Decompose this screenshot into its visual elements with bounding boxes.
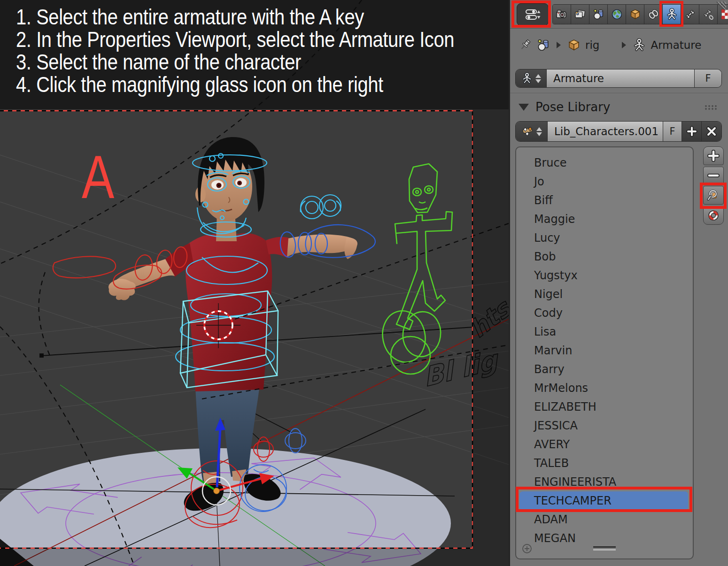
breadcrumb: rig Armature bbox=[510, 29, 728, 61]
pose-list-item[interactable]: Jo bbox=[516, 172, 693, 191]
pose-list-item-selected[interactable]: TECHCAMPER bbox=[519, 491, 688, 510]
pin-icon[interactable] bbox=[518, 38, 532, 52]
object-mini-icon[interactable] bbox=[567, 38, 581, 52]
pose-list-item[interactable]: Yugstyx bbox=[516, 266, 693, 285]
chain-link-icon bbox=[647, 8, 660, 21]
pose-list-item[interactable]: Marvin bbox=[516, 341, 693, 360]
sanitize-action-button[interactable] bbox=[703, 206, 724, 225]
pose-name: Lisa bbox=[534, 325, 556, 338]
list-resize-handle[interactable] bbox=[593, 546, 616, 552]
pose-name: MEGAN bbox=[534, 532, 576, 545]
plus-icon bbox=[707, 150, 720, 162]
cube-icon bbox=[629, 8, 642, 21]
pose-list-item[interactable]: TALEB bbox=[516, 454, 693, 473]
pose-name: MrMelons bbox=[534, 382, 588, 395]
pose-name: ELIZABETH bbox=[534, 400, 596, 413]
minus-icon bbox=[707, 169, 720, 182]
action-type-button[interactable] bbox=[516, 122, 548, 141]
panel-drag-grip[interactable] bbox=[705, 105, 718, 110]
lifebuoy-icon bbox=[707, 209, 720, 222]
armature-mini-icon[interactable] bbox=[632, 38, 646, 52]
pose-list-item[interactable]: Cody bbox=[516, 304, 693, 322]
add-pose-button[interactable] bbox=[703, 146, 724, 165]
pose-name: Lucy bbox=[534, 231, 560, 245]
passepartout-right bbox=[472, 109, 509, 566]
pose-list-item[interactable]: ENGINEERISTA bbox=[516, 473, 693, 491]
breadcrumb-arrow-icon bbox=[622, 42, 626, 48]
stepper-down-icon bbox=[535, 79, 541, 83]
tab-object[interactable] bbox=[626, 5, 644, 24]
pose-list-item[interactable]: Bruce bbox=[516, 153, 693, 172]
new-action-button[interactable] bbox=[682, 122, 702, 141]
unlink-action-button[interactable] bbox=[702, 122, 721, 141]
tab-render[interactable] bbox=[553, 5, 571, 24]
properties-panel: rig Armature bbox=[509, 0, 728, 566]
list-add-icon[interactable] bbox=[521, 543, 533, 555]
magnifying-glass-icon bbox=[707, 189, 720, 202]
pose-name: Bruce bbox=[534, 156, 567, 169]
breadcrumb-data-name[interactable]: Armature bbox=[651, 39, 701, 51]
pose-name: TECHCAMPER bbox=[534, 494, 612, 507]
pose-library-title: Pose Library bbox=[535, 100, 610, 114]
fake-user-button[interactable]: F bbox=[695, 69, 721, 87]
properties-header bbox=[510, 0, 728, 29]
pose-name: Bob bbox=[534, 250, 556, 263]
action-stepper[interactable] bbox=[536, 127, 542, 136]
pose-list-item[interactable]: MrMelons bbox=[516, 379, 693, 398]
instruction-line-3: 3. Select the name of the character bbox=[16, 51, 454, 73]
stepper-up-icon bbox=[536, 127, 542, 131]
editor-type-button[interactable] bbox=[517, 3, 549, 26]
tab-armature-data[interactable] bbox=[663, 5, 681, 24]
pose-list-item[interactable]: JESSICA bbox=[516, 416, 693, 435]
right-pupil bbox=[239, 182, 240, 184]
pose-library-header[interactable]: Pose Library bbox=[510, 97, 728, 117]
pose-name: JESSICA bbox=[534, 419, 578, 432]
fake-user-label: F bbox=[705, 73, 711, 84]
stepper-up-icon bbox=[535, 74, 541, 78]
apply-pose-button[interactable] bbox=[703, 186, 724, 205]
pose-name: Biff bbox=[534, 194, 553, 207]
pose-library-tools bbox=[703, 146, 724, 226]
close-icon bbox=[706, 126, 717, 137]
action-fake-user-button[interactable]: F bbox=[663, 122, 682, 141]
pose-list-item[interactable]: Lisa bbox=[516, 322, 693, 341]
instruction-line-1: 1. Select the entire armature with the A… bbox=[16, 6, 454, 28]
render-layers-icon bbox=[574, 8, 587, 21]
tab-bone[interactable] bbox=[681, 5, 699, 24]
pose-name: Yugstyx bbox=[534, 269, 578, 282]
tab-render-layers[interactable] bbox=[571, 5, 589, 24]
panel-corner-grip[interactable] bbox=[715, 1, 727, 11]
pose-list: BruceJoBiffMaggieLucyBobYugstyxNigelCody… bbox=[515, 146, 694, 559]
gizmo-origin-dot bbox=[214, 488, 220, 494]
pose-name: Maggie bbox=[534, 213, 575, 226]
pose-list-item[interactable]: Maggie bbox=[516, 210, 693, 229]
remove-pose-button[interactable] bbox=[703, 167, 724, 184]
panel-divider[interactable] bbox=[509, 0, 510, 566]
tab-world[interactable] bbox=[608, 5, 626, 24]
editor-type-icon bbox=[525, 7, 541, 23]
pose-list-item[interactable]: Lucy bbox=[516, 229, 693, 247]
pose-list-item[interactable]: ELIZABETH bbox=[516, 398, 693, 416]
datablock-stepper[interactable] bbox=[535, 74, 541, 83]
armature-name-field[interactable]: Armature bbox=[547, 69, 695, 87]
pose-list-item[interactable]: Bob bbox=[516, 247, 693, 266]
pose-list-item[interactable]: AVERY bbox=[516, 435, 693, 454]
pose-library-action-row: Lib_Characters.001 F bbox=[515, 121, 722, 142]
pose-list-item[interactable]: Nigel bbox=[516, 285, 693, 304]
panel-separator bbox=[510, 93, 728, 94]
collapse-triangle-icon[interactable] bbox=[519, 104, 529, 111]
properties-tab-strip bbox=[552, 4, 728, 24]
3d-viewport[interactable]: hts Bl lig bbox=[0, 0, 509, 566]
breadcrumb-object-name[interactable]: rig bbox=[585, 39, 599, 51]
pose-list-item[interactable]: ADAM bbox=[516, 510, 693, 529]
scene-mini-icon[interactable] bbox=[536, 38, 550, 52]
pose-list-item[interactable]: MEGAN bbox=[516, 529, 693, 548]
pose-name: ENGINEERISTA bbox=[534, 475, 616, 489]
datablock-type-button[interactable] bbox=[516, 69, 547, 87]
pose-list-item[interactable]: Biff bbox=[516, 191, 693, 210]
tab-scene[interactable] bbox=[589, 5, 608, 24]
pose-list-item[interactable]: Barry bbox=[516, 360, 693, 379]
action-name-field[interactable]: Lib_Characters.001 bbox=[548, 122, 663, 141]
pose-name: Nigel bbox=[534, 288, 563, 301]
tab-constraints[interactable] bbox=[644, 5, 663, 24]
